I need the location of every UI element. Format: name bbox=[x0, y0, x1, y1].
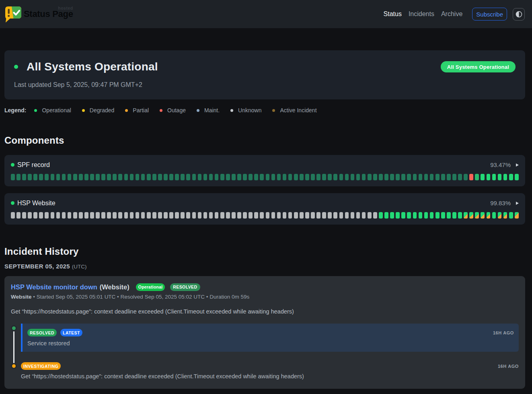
uptime-bar[interactable] bbox=[424, 212, 428, 219]
uptime-bar[interactable] bbox=[430, 212, 434, 219]
uptime-bar[interactable] bbox=[124, 212, 128, 219]
uptime-bar[interactable] bbox=[345, 212, 349, 219]
uptime-bar[interactable] bbox=[152, 212, 156, 219]
uptime-bar[interactable] bbox=[209, 212, 213, 219]
uptime-bar[interactable] bbox=[232, 174, 236, 180]
uptime-bar[interactable] bbox=[79, 174, 83, 180]
uptime-bar[interactable] bbox=[316, 212, 320, 219]
uptime-bar[interactable] bbox=[198, 212, 202, 219]
uptime-bar[interactable] bbox=[362, 174, 366, 180]
uptime-bar[interactable] bbox=[447, 212, 451, 219]
uptime-bar[interactable] bbox=[136, 174, 140, 180]
uptime-bar[interactable] bbox=[339, 212, 343, 219]
uptime-bar[interactable] bbox=[452, 174, 456, 180]
uptime-bar[interactable] bbox=[452, 212, 456, 219]
uptime-bar[interactable] bbox=[209, 174, 213, 180]
uptime-bar[interactable] bbox=[198, 174, 202, 180]
uptime-bar[interactable] bbox=[124, 174, 128, 180]
uptime-bar[interactable] bbox=[396, 174, 400, 180]
nav-link-status[interactable]: Status bbox=[384, 10, 402, 17]
uptime-bar[interactable] bbox=[407, 212, 411, 219]
uptime-bar[interactable] bbox=[152, 174, 156, 180]
uptime-bar[interactable] bbox=[130, 212, 134, 219]
uptime-bar[interactable] bbox=[487, 212, 491, 219]
uptime-bar[interactable] bbox=[356, 212, 360, 219]
uptime-bar[interactable] bbox=[413, 174, 417, 180]
uptime-bar[interactable] bbox=[62, 212, 66, 219]
uptime-bar[interactable] bbox=[379, 212, 383, 219]
uptime-bar[interactable] bbox=[492, 174, 496, 180]
uptime-bar[interactable] bbox=[435, 212, 440, 219]
uptime-bar[interactable] bbox=[226, 212, 230, 219]
uptime-bar[interactable] bbox=[158, 174, 162, 180]
component-expand-chevron-icon[interactable] bbox=[516, 163, 519, 167]
uptime-bar[interactable] bbox=[79, 212, 83, 219]
uptime-bar[interactable] bbox=[441, 174, 445, 180]
uptime-bar[interactable] bbox=[39, 212, 43, 219]
uptime-bar[interactable] bbox=[396, 212, 400, 219]
uptime-bar[interactable] bbox=[51, 212, 55, 219]
uptime-bar[interactable] bbox=[243, 174, 247, 180]
uptime-bar[interactable] bbox=[311, 174, 315, 180]
uptime-bar[interactable] bbox=[186, 174, 190, 180]
uptime-bar[interactable] bbox=[271, 174, 275, 180]
uptime-bar[interactable] bbox=[249, 212, 253, 219]
uptime-bar[interactable] bbox=[481, 174, 485, 180]
uptime-bar[interactable] bbox=[164, 174, 168, 180]
uptime-bar[interactable] bbox=[498, 212, 502, 219]
uptime-bar[interactable] bbox=[84, 174, 88, 180]
uptime-bar[interactable] bbox=[192, 212, 196, 219]
uptime-bar[interactable] bbox=[16, 174, 21, 180]
uptime-bar[interactable] bbox=[39, 174, 43, 180]
uptime-bar[interactable] bbox=[181, 174, 185, 180]
uptime-bar[interactable] bbox=[322, 212, 326, 219]
uptime-bar[interactable] bbox=[203, 174, 207, 180]
uptime-bar[interactable] bbox=[300, 212, 304, 219]
brand-logo[interactable]: Status Page hosted bbox=[5, 6, 73, 23]
uptime-bar[interactable] bbox=[379, 174, 383, 180]
uptime-bar[interactable] bbox=[498, 174, 502, 180]
uptime-bar[interactable] bbox=[300, 174, 304, 180]
uptime-bar[interactable] bbox=[351, 212, 355, 219]
uptime-bar[interactable] bbox=[469, 174, 473, 180]
incident-title-link[interactable]: HSP Website monitor down bbox=[11, 283, 97, 292]
uptime-bar[interactable] bbox=[266, 174, 270, 180]
uptime-bar[interactable] bbox=[158, 212, 162, 219]
uptime-bar[interactable] bbox=[90, 212, 94, 219]
uptime-bar[interactable] bbox=[435, 174, 440, 180]
uptime-bar[interactable] bbox=[11, 174, 15, 180]
uptime-bar[interactable] bbox=[407, 174, 411, 180]
uptime-bar[interactable] bbox=[203, 212, 207, 219]
uptime-bar[interactable] bbox=[316, 174, 320, 180]
uptime-bar[interactable] bbox=[147, 212, 151, 219]
uptime-bar[interactable] bbox=[333, 174, 337, 180]
uptime-bar[interactable] bbox=[141, 174, 145, 180]
uptime-bar[interactable] bbox=[56, 212, 60, 219]
uptime-bar[interactable] bbox=[107, 174, 111, 180]
uptime-bar[interactable] bbox=[345, 174, 349, 180]
uptime-bar[interactable] bbox=[430, 174, 434, 180]
uptime-bar[interactable] bbox=[362, 212, 366, 219]
uptime-bar[interactable] bbox=[271, 212, 275, 219]
uptime-bar[interactable] bbox=[419, 212, 423, 219]
uptime-bar[interactable] bbox=[509, 212, 513, 219]
uptime-bar[interactable] bbox=[45, 174, 49, 180]
subscribe-button[interactable]: Subscribe bbox=[472, 8, 507, 21]
uptime-bar[interactable] bbox=[390, 212, 394, 219]
uptime-bar[interactable] bbox=[169, 212, 173, 219]
uptime-bar[interactable] bbox=[254, 174, 258, 180]
uptime-bar[interactable] bbox=[118, 174, 122, 180]
uptime-bar[interactable] bbox=[260, 212, 264, 219]
uptime-bar[interactable] bbox=[481, 212, 485, 219]
uptime-bar[interactable] bbox=[356, 174, 360, 180]
uptime-bar[interactable] bbox=[33, 174, 37, 180]
uptime-bar[interactable] bbox=[294, 174, 298, 180]
uptime-bar[interactable] bbox=[136, 212, 140, 219]
uptime-bar[interactable] bbox=[118, 212, 122, 219]
uptime-bar[interactable] bbox=[186, 212, 190, 219]
uptime-bar[interactable] bbox=[458, 174, 462, 180]
uptime-bar[interactable] bbox=[475, 212, 479, 219]
uptime-bar[interactable] bbox=[458, 212, 462, 219]
uptime-bar[interactable] bbox=[220, 212, 224, 219]
uptime-bar[interactable] bbox=[68, 212, 72, 219]
